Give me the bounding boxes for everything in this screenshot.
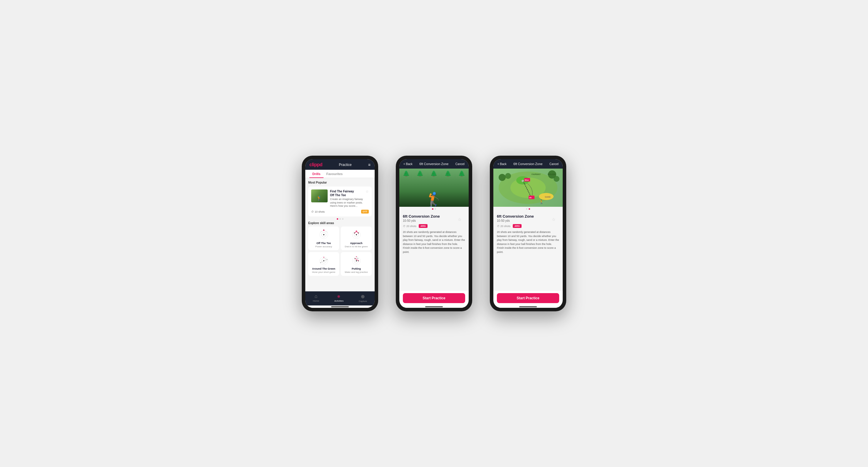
tab-favourites[interactable]: Favourites xyxy=(323,170,346,178)
ott-badge: OTT xyxy=(361,210,369,213)
svg-text:ROUGH: ROUGH xyxy=(548,173,555,175)
approach-icon-area xyxy=(349,229,364,240)
shots-row-p2: ⏱ 20 shots ARG xyxy=(403,224,465,228)
drill-description-p2: 20 shots are randomly generated at dista… xyxy=(403,230,465,254)
svg-point-14 xyxy=(354,233,355,234)
detail-body-inner-p2: 6ft Conversion Zone ☆ 10-50 yds ⏱ 20 sho… xyxy=(403,214,465,254)
favourite-star-p3[interactable]: ☆ xyxy=(552,217,556,222)
drill-thumbnail: 🏌️ xyxy=(311,190,328,202)
drill-yardage-p3: 10-50 yds xyxy=(497,219,559,222)
shots-label-p3: ⏱ 20 shots xyxy=(497,225,510,228)
tab-drills[interactable]: Drills xyxy=(309,170,323,178)
home-indicator-bar-p2 xyxy=(399,305,469,308)
skill-grid: Off The Tee Power accuracy xyxy=(308,227,372,276)
skill-desc-atg: Hone your short game xyxy=(312,271,335,273)
favourite-star-p2[interactable]: ☆ xyxy=(458,217,462,222)
svg-text:Miss: Miss xyxy=(525,179,529,181)
detail-body-p3: 6ft Conversion Zone ☆ 10-50 yds ⏱ 20 sho… xyxy=(493,211,563,291)
golfer-icon: 🏌️ xyxy=(316,196,322,201)
shots-count: ⏱ 10 shots xyxy=(311,210,325,213)
dot-2 xyxy=(339,218,341,220)
header-title: Practice xyxy=(339,163,351,167)
menu-icon[interactable]: ≡ xyxy=(368,162,371,167)
clock-icon-p2: ⏱ xyxy=(403,225,405,228)
skill-approach[interactable]: Approach Dial-in to hit the green xyxy=(341,227,372,250)
skill-name-ott: Off The Tee xyxy=(316,242,331,245)
svg-point-40 xyxy=(505,173,511,179)
skill-desc-approach: Dial-in to hit the green xyxy=(345,245,368,248)
phones-container: clippd Practice ≡ Drills Favourites Most… xyxy=(302,156,566,311)
drill-hero-photo: 🌲🌲🌲🌲🌲 🏌️ xyxy=(399,169,469,207)
activities-icon: ⎈ xyxy=(337,294,340,299)
dot-inactive-p3 xyxy=(526,208,527,210)
skill-around-green[interactable]: Around The Green Hone your short game xyxy=(308,252,339,276)
svg-text:SAND: SAND xyxy=(545,196,551,198)
skill-name-putting: Putting xyxy=(352,267,361,270)
start-practice-button-p2[interactable]: Start Practice xyxy=(403,293,465,303)
drill-name-p2: 6ft Conversion Zone xyxy=(403,214,465,219)
atg-icon-area xyxy=(316,254,331,266)
svg-point-2 xyxy=(323,234,324,235)
skill-off-the-tee[interactable]: Off The Tee Power accuracy xyxy=(308,227,339,250)
off-tee-icon xyxy=(316,229,331,240)
home-indicator xyxy=(331,306,349,307)
cancel-button-p3[interactable]: Cancel xyxy=(550,162,559,166)
svg-text:🚶: 🚶 xyxy=(539,199,544,204)
dot-3 xyxy=(342,218,343,220)
clock-icon: ⏱ xyxy=(311,210,314,213)
nav-home[interactable]: ⌂ Home xyxy=(313,294,319,302)
dot-inactive-p2 xyxy=(435,208,436,210)
trees-decoration: 🌲🌲🌲🌲🌲 xyxy=(399,170,469,177)
nav-capture-label: Capture xyxy=(359,300,367,302)
skill-name-atg: Around The Green xyxy=(312,267,335,270)
drill-image: 🏌️ xyxy=(311,190,328,202)
detail-body-p2: 6ft Conversion Zone ☆ 10-50 yds ⏱ 20 sho… xyxy=(399,211,469,291)
start-practice-button-p3[interactable]: Start Practice xyxy=(497,293,559,303)
explore-label: Explore skill areas xyxy=(308,222,372,225)
detail-body-inner-p3: 6ft Conversion Zone ☆ 10-50 yds ⏱ 20 sho… xyxy=(497,214,559,254)
home-indicator-bar-p3 xyxy=(493,305,563,308)
phone-1-header: clippd Practice ≡ xyxy=(305,159,375,170)
phone-1: clippd Practice ≡ Drills Favourites Most… xyxy=(302,156,378,311)
tabs-bar: Drills Favourites xyxy=(305,170,375,178)
phone-2: < Back 6ft Conversion Zone Cancel 🌲🌲🌲🌲🌲 … xyxy=(396,156,472,311)
capture-icon: ⊕ xyxy=(361,294,365,299)
arg-badge-p3: ARG xyxy=(513,224,522,228)
svg-text:Hit: Hit xyxy=(529,197,532,199)
detail-title-p3: 6ft Conversion Zone xyxy=(513,162,542,166)
dot-1 xyxy=(337,218,338,220)
shots-row-p3: ⏱ 20 shots ARG xyxy=(497,224,559,228)
drill-description-p3: 20 shots are randomly generated at dista… xyxy=(497,230,559,254)
putting-icon xyxy=(349,254,364,266)
cancel-button-p2[interactable]: Cancel xyxy=(456,162,465,166)
course-map-svg: SAND Hit Miss FA xyxy=(493,169,563,207)
drill-yardage-p2: 10-50 yds xyxy=(403,219,465,222)
nav-capture[interactable]: ⊕ Capture xyxy=(359,294,367,302)
carousel-dots xyxy=(308,218,372,220)
back-button-p3[interactable]: < Back xyxy=(497,162,506,166)
detail-carousel-p2 xyxy=(399,207,469,211)
skill-putting[interactable]: Putting Make and lag practice xyxy=(341,252,372,276)
phone-3: < Back 6ft Conversion Zone Cancel SAND xyxy=(490,156,566,311)
drill-hero-map: SAND Hit Miss FA xyxy=(493,169,563,207)
bottom-nav: ⌂ Home ⎈ Activities ⊕ Capture xyxy=(305,291,375,305)
clock-icon-p3: ⏱ xyxy=(497,225,499,228)
dot-active-p2 xyxy=(432,208,433,210)
drill-info: Find The Fairway Off The Tee Create an i… xyxy=(330,190,363,208)
drill-name-p3: 6ft Conversion Zone xyxy=(497,214,559,219)
phone-2-header: < Back 6ft Conversion Zone Cancel xyxy=(399,159,469,169)
svg-point-9 xyxy=(356,234,357,235)
skill-name-approach: Approach xyxy=(350,242,362,245)
svg-point-51 xyxy=(522,180,523,181)
home-indicator-p3 xyxy=(519,306,537,307)
off-tee-icon-area xyxy=(316,229,331,240)
drill-meta: ⏱ 10 shots OTT xyxy=(311,210,369,213)
favourite-star[interactable]: ☆ xyxy=(366,190,369,194)
home-indicator-p2 xyxy=(425,306,443,307)
drill-subtitle: Off The Tee xyxy=(330,193,363,197)
nav-activities[interactable]: ⎈ Activities xyxy=(334,294,344,302)
back-button-p2[interactable]: < Back xyxy=(403,162,412,166)
svg-point-6 xyxy=(323,230,324,231)
atg-icon xyxy=(316,254,331,266)
featured-drill-card[interactable]: 🏌️ Find The Fairway Off The Tee Create a… xyxy=(308,187,372,216)
